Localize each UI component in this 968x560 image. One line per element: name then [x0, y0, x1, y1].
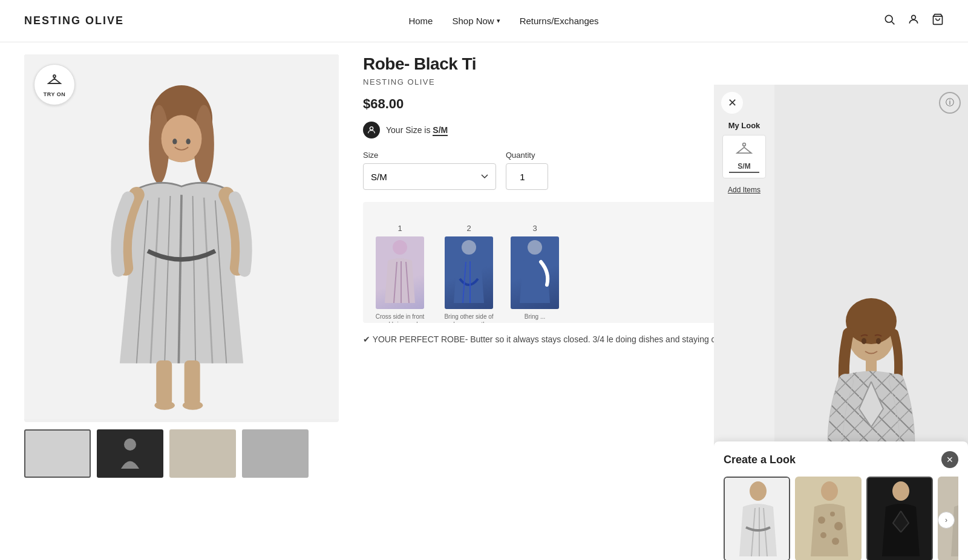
create-look-items [724, 477, 958, 560]
main-nav: Home Shop Now ▾ Returns/Exchanges [408, 16, 598, 26]
look-item-2[interactable] [795, 477, 862, 560]
svg-point-33 [528, 240, 542, 255]
svg-point-54 [821, 481, 838, 501]
thumbnail-2[interactable] [97, 429, 163, 478]
figure-img-2 [445, 236, 493, 309]
tryon-panel: ✕ ⓘ My Look S/M Add Items [714, 85, 968, 560]
figure-num-2: 2 [466, 224, 471, 233]
svg-rect-41 [866, 357, 877, 373]
size-field-group: Size S/M L/XL [363, 151, 496, 190]
size-suggestion-text: Your Size is S/M [386, 125, 448, 135]
thumbnail-row [24, 429, 339, 478]
create-look-title: Create a Look [724, 454, 796, 466]
product-image-svg [24, 54, 339, 420]
svg-point-56 [830, 512, 835, 516]
qty-input[interactable] [506, 163, 548, 190]
svg-point-2 [912, 15, 916, 19]
qty-field-group: Quantity [506, 151, 548, 190]
chevron-down-icon: ▾ [497, 17, 500, 25]
nav-shop-now[interactable]: Shop Now ▾ [452, 16, 500, 26]
cart-icon[interactable] [932, 13, 944, 28]
svg-point-22 [172, 138, 177, 144]
hanger-icon [47, 73, 62, 90]
svg-rect-20 [156, 360, 172, 405]
look-item-1[interactable] [724, 477, 790, 560]
figure-caption-3: Bring ... [525, 313, 545, 321]
tryon-info-button[interactable]: ⓘ [939, 92, 961, 114]
product-images-panel: TRY ON [0, 42, 351, 560]
instruction-figure-3: 3 Bring ... [511, 224, 559, 323]
header-icons [883, 13, 944, 28]
account-icon[interactable] [908, 13, 920, 28]
figure-caption-1: Cross side in front and bring sash throu… [373, 313, 427, 323]
figure-img-1 [376, 236, 424, 309]
product-title: Robe- Black Ti [363, 54, 950, 74]
my-look-hanger-icon [736, 140, 753, 161]
figure-num-3: 3 [532, 224, 537, 233]
svg-point-0 [885, 15, 892, 22]
my-look-size-label: S/M [737, 162, 750, 171]
create-look-next-button[interactable]: › [938, 512, 955, 529]
search-icon[interactable] [883, 13, 895, 28]
size-icon [363, 122, 380, 138]
try-on-button[interactable]: TRY ON [34, 64, 75, 105]
svg-point-10 [162, 115, 202, 162]
try-on-label: TRY ON [44, 91, 66, 97]
svg-point-58 [820, 532, 826, 538]
instruction-figure-2: 2 Bring other side of robe across the fr… [442, 224, 496, 323]
thumbnail-1[interactable] [24, 429, 91, 478]
svg-line-1 [892, 22, 895, 25]
nav-home[interactable]: Home [408, 16, 433, 26]
look-item-3[interactable] [866, 477, 933, 560]
svg-point-47 [876, 338, 881, 344]
qty-label: Quantity [506, 151, 548, 160]
my-look-label: My Look [728, 121, 760, 130]
main-product-image: TRY ON [24, 54, 339, 422]
svg-point-59 [832, 538, 839, 545]
svg-point-26 [393, 240, 407, 255]
size-select[interactable]: S/M L/XL [363, 163, 496, 190]
svg-point-23 [186, 138, 190, 144]
thumbnail-4[interactable] [242, 429, 309, 478]
thumbnail-3[interactable] [169, 429, 236, 478]
svg-point-46 [862, 338, 866, 344]
figure-img-3 [511, 236, 559, 309]
create-look-close-button[interactable]: ✕ [941, 451, 958, 468]
svg-point-55 [818, 516, 825, 524]
figure-caption-2: Bring other side of robe across the fron… [442, 313, 496, 323]
create-look-items-container: › [724, 477, 958, 560]
svg-point-30 [462, 240, 476, 255]
thumb-2-img [112, 435, 148, 472]
site-header: NESTING OLIVE Home Shop Now ▾ Returns/Ex… [0, 0, 968, 42]
size-label: Size [363, 151, 496, 160]
create-look-header: Create a Look ✕ [724, 451, 958, 468]
svg-rect-21 [185, 360, 200, 405]
svg-point-57 [834, 522, 843, 530]
site-logo: NESTING OLIVE [24, 15, 124, 27]
figure-num-1: 1 [397, 224, 402, 233]
instruction-figure-1: 1 Cross side in front and bring sash thr… [373, 224, 427, 323]
create-look-panel: Create a Look ✕ [714, 441, 968, 560]
svg-point-61 [892, 481, 909, 501]
svg-point-24 [124, 438, 136, 451]
my-look-item[interactable]: S/M [722, 135, 766, 178]
svg-point-49 [750, 481, 767, 501]
svg-point-40 [846, 298, 897, 344]
add-items-link[interactable]: Add Items [728, 186, 760, 194]
nav-returns[interactable]: Returns/Exchanges [520, 16, 599, 26]
my-look-underline [729, 172, 759, 173]
svg-point-25 [370, 127, 373, 130]
tryon-close-button[interactable]: ✕ [721, 92, 743, 114]
